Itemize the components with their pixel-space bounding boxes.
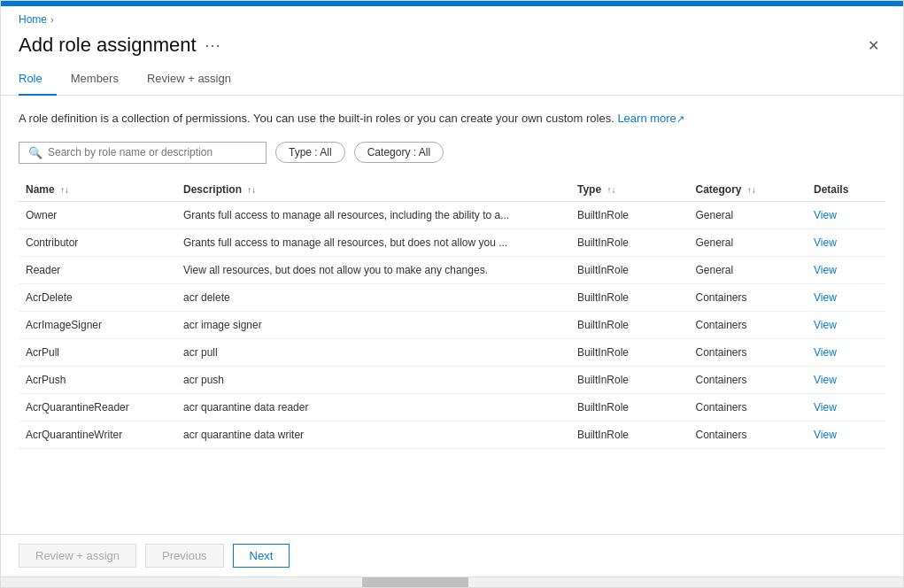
table-row[interactable]: AcrPullacr pullBuiltInRoleContainersView — [19, 338, 885, 366]
page-title-text: Add role assignment — [19, 34, 197, 57]
sort-desc-icon: ↑↓ — [247, 185, 256, 195]
col-header-category[interactable]: Category ↑↓ — [689, 178, 807, 202]
cell-description: acr quarantine data reader — [176, 393, 570, 421]
category-filter-button[interactable]: Category : All — [354, 142, 444, 163]
cell-category: Containers — [689, 366, 807, 393]
cell-details-view[interactable]: View — [807, 338, 885, 366]
cell-category: Containers — [689, 283, 807, 311]
col-header-description[interactable]: Description ↑↓ — [176, 178, 570, 202]
table-row[interactable]: ContributorGrants full access to manage … — [19, 228, 885, 256]
cell-category: General — [689, 201, 807, 228]
type-filter-button[interactable]: Type : All — [275, 142, 345, 163]
footer-bar: Review + assign Previous Next — [1, 534, 903, 576]
cell-type: BuiltInRole — [570, 283, 689, 311]
cell-name: Owner — [19, 201, 176, 228]
view-link[interactable]: View — [814, 429, 837, 441]
cell-description: acr image signer — [176, 311, 570, 338]
cell-name: Reader — [19, 256, 176, 283]
tab-review-assign[interactable]: Review + assign — [133, 65, 245, 96]
cell-details-view[interactable]: View — [807, 421, 885, 448]
cell-description: View all resources, but does not allow y… — [176, 256, 570, 283]
cell-name: AcrQuarantineReader — [19, 393, 176, 421]
cell-type: BuiltInRole — [570, 311, 689, 338]
cell-category: Containers — [689, 338, 807, 366]
cell-name: AcrDelete — [19, 283, 176, 311]
col-header-details: Details — [807, 178, 885, 202]
tab-members-label: Members — [71, 72, 119, 85]
sort-cat-icon: ↑↓ — [747, 185, 756, 195]
view-link[interactable]: View — [814, 401, 837, 414]
breadcrumb-home[interactable]: Home — [19, 13, 47, 26]
bottom-scrollbar[interactable] — [1, 576, 903, 587]
cell-name: AcrPull — [19, 338, 176, 366]
bottom-scrollbar-thumb — [362, 577, 468, 587]
col-header-name[interactable]: Name ↑↓ — [19, 178, 176, 202]
view-link[interactable]: View — [814, 319, 837, 331]
tab-members[interactable]: Members — [57, 65, 133, 96]
cell-type: BuiltInRole — [570, 393, 689, 421]
view-link[interactable]: View — [814, 264, 837, 276]
cell-description: acr quarantine data writer — [176, 421, 570, 448]
description-body: A role definition is a collection of per… — [19, 112, 614, 125]
table-row[interactable]: OwnerGrants full access to manage all re… — [19, 201, 885, 228]
cell-type: BuiltInRole — [570, 338, 689, 366]
tabs-row: Role Members Review + assign — [1, 65, 903, 96]
view-link[interactable]: View — [814, 209, 837, 221]
search-box: 🔍 — [19, 142, 267, 164]
cell-details-view[interactable]: View — [807, 201, 885, 228]
table-body: OwnerGrants full access to manage all re… — [19, 201, 885, 448]
table-row[interactable]: AcrPushacr pushBuiltInRoleContainersView — [19, 366, 885, 393]
tab-role-label: Role — [19, 72, 42, 85]
cell-type: BuiltInRole — [570, 228, 689, 256]
header-row: Add role assignment ··· ✕ — [1, 29, 903, 65]
ellipsis-button[interactable]: ··· — [205, 36, 221, 55]
cell-description: acr pull — [176, 338, 570, 366]
cell-type: BuiltInRole — [570, 366, 689, 393]
cell-details-view[interactable]: View — [807, 311, 885, 338]
view-link[interactable]: View — [814, 374, 837, 386]
close-button[interactable]: ✕ — [861, 33, 885, 58]
cell-details-view[interactable]: View — [807, 228, 885, 256]
cell-description: Grants full access to manage all resourc… — [176, 201, 570, 228]
sort-type-icon: ↑↓ — [607, 185, 615, 195]
view-link[interactable]: View — [814, 291, 837, 304]
cell-description: acr push — [176, 366, 570, 393]
cell-details-view[interactable]: View — [807, 283, 885, 311]
content-area: A role definition is a collection of per… — [1, 96, 903, 534]
tab-review-assign-label: Review + assign — [147, 72, 231, 85]
cell-category: General — [689, 228, 807, 256]
cell-details-view[interactable]: View — [807, 256, 885, 283]
cell-category: Containers — [689, 421, 807, 448]
page-title: Add role assignment ··· — [19, 34, 221, 57]
cell-category: General — [689, 256, 807, 283]
previous-button[interactable]: Previous — [145, 544, 224, 568]
review-assign-button[interactable]: Review + assign — [19, 544, 136, 568]
table-row[interactable]: ReaderView all resources, but does not a… — [19, 256, 885, 283]
filters-row: 🔍 Type : All Category : All — [19, 142, 885, 164]
sort-name-icon: ↑↓ — [60, 185, 69, 195]
breadcrumb-separator: › — [50, 14, 54, 25]
cell-type: BuiltInRole — [570, 421, 689, 448]
table-header: Name ↑↓ Description ↑↓ Type ↑↓ Category … — [19, 178, 885, 202]
cell-category: Containers — [689, 393, 807, 421]
tab-role[interactable]: Role — [19, 65, 57, 96]
table-row[interactable]: AcrDeleteacr deleteBuiltInRoleContainers… — [19, 283, 885, 311]
learn-more-link[interactable]: Learn more↗ — [617, 112, 684, 125]
next-button[interactable]: Next — [233, 544, 290, 568]
roles-table: Name ↑↓ Description ↑↓ Type ↑↓ Category … — [19, 178, 885, 449]
cell-name: AcrPush — [19, 366, 176, 393]
view-link[interactable]: View — [814, 236, 837, 249]
table-row[interactable]: AcrQuarantineWriteracr quarantine data w… — [19, 421, 885, 448]
cell-details-view[interactable]: View — [807, 366, 885, 393]
cell-details-view[interactable]: View — [807, 393, 885, 421]
window: Home › Add role assignment ··· ✕ Role Me… — [0, 0, 904, 588]
table-row[interactable]: AcrImageSigneracr image signerBuiltInRol… — [19, 311, 885, 338]
cell-type: BuiltInRole — [570, 201, 689, 228]
col-header-type[interactable]: Type ↑↓ — [570, 178, 689, 202]
cell-name: Contributor — [19, 228, 176, 256]
view-link[interactable]: View — [814, 346, 837, 359]
table-row[interactable]: AcrQuarantineReaderacr quarantine data r… — [19, 393, 885, 421]
cell-description: Grants full access to manage all resourc… — [176, 228, 570, 256]
cell-name: AcrImageSigner — [19, 311, 176, 338]
search-input[interactable] — [48, 146, 257, 159]
